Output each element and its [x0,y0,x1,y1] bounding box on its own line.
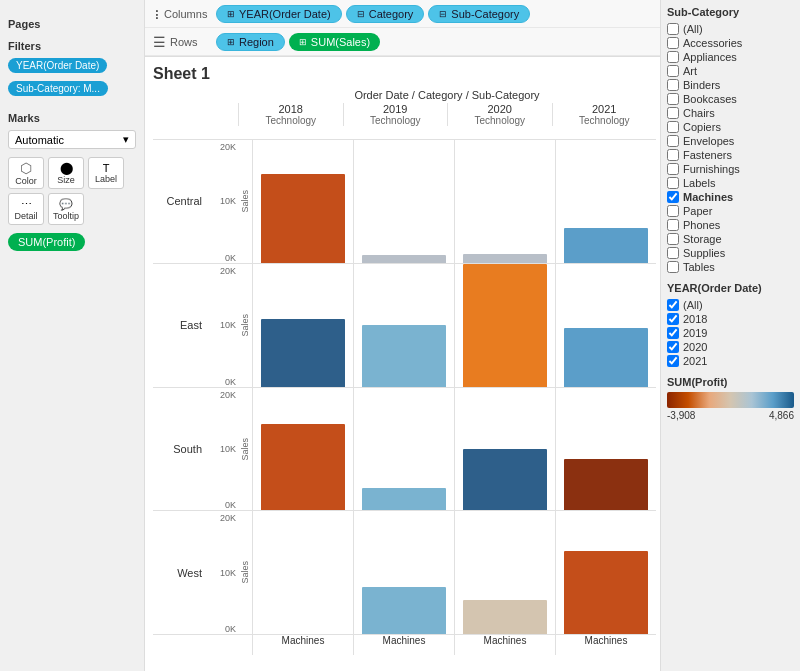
sum-profit-legend: SUM(Profit) -3,908 4,866 [667,376,794,421]
sub-label-0: Technology [238,115,343,126]
year-2020-checkbox[interactable] [667,341,679,353]
filter-chairs-checkbox[interactable] [667,107,679,119]
bar-south-2 [463,449,547,510]
marks-dropdown[interactable]: Automatic ▾ [8,130,136,149]
filter-appliances-checkbox[interactable] [667,51,679,63]
category-pill[interactable]: ⊟ Category [346,5,425,23]
filter-machines-checkbox[interactable] [667,191,679,203]
filter-bookcases-label: Bookcases [683,93,737,105]
filter-all-label: (All) [683,23,703,35]
columns-icon: ⫶ [153,6,160,22]
filter-subcategory[interactable]: Sub-Category: M... [8,81,108,96]
filter-paper-label: Paper [683,205,712,217]
pages-section: Pages [8,18,136,30]
y-tick-10k-central: 10K [220,196,236,206]
year-all-checkbox[interactable] [667,299,679,311]
y-axis-south: 20K 10K 0K [208,388,238,511]
filter-art-checkbox[interactable] [667,65,679,77]
chevron-down-icon: ▾ [123,133,129,146]
filter-copiers-checkbox[interactable] [667,121,679,133]
year-2021: 2021 [552,103,657,115]
x-label-1: Machines [353,635,454,655]
sub-category-pill[interactable]: ⊟ Sub-Category [428,5,530,23]
chart-main-title: Order Date / Category / Sub-Category [238,89,656,101]
filter-supplies-checkbox[interactable] [667,247,679,259]
y-axis-east: 20K 10K 0K [208,264,238,387]
filter-phones-checkbox[interactable] [667,219,679,231]
year-all-label: (All) [683,299,703,311]
cell-east-0 [252,264,353,387]
y-tick-20k-south: 20K [220,390,236,400]
sum-profit-pill[interactable]: SUM(Profit) [8,233,85,251]
pages-title: Pages [8,18,136,30]
marks-icons-row2: ⋯ Detail 💬 Tooltip [8,193,136,225]
bar-east-0 [261,319,345,387]
cell-south-1 [353,388,454,511]
cell-central-3 [555,140,656,263]
chart-area: Sheet 1 Central East South West [145,57,660,671]
filter-storage-checkbox[interactable] [667,233,679,245]
filter-furnishings-checkbox[interactable] [667,163,679,175]
size-button[interactable]: ⬤ Size [48,157,84,189]
chart-row-south: 20K 10K 0K Sales [208,387,656,511]
region-pill[interactable]: ⊞ Region [216,33,285,51]
sales-label-west: Sales [238,511,252,634]
year-2021-checkbox[interactable] [667,355,679,367]
region-labels: Central East South West [153,89,208,655]
filter-bookcases-checkbox[interactable] [667,93,679,105]
filter-machines-label: Machines [683,191,733,203]
color-button[interactable]: ⬡ Color [8,157,44,189]
detail-button[interactable]: ⋯ Detail [8,193,44,225]
filter-all-checkbox[interactable] [667,23,679,35]
label-icon: T [103,162,110,174]
sales-text-central: Sales [240,190,250,213]
filter-fasteners-checkbox[interactable] [667,149,679,161]
sales-label-central: Sales [238,140,252,263]
label-button[interactable]: T Label [88,157,124,189]
filter-tables-checkbox[interactable] [667,261,679,273]
bar-west-2 [463,600,547,634]
cell-south-2 [454,388,555,511]
filter-fasteners: Fasteners [667,148,794,162]
filter-binders-label: Binders [683,79,720,91]
toolbar: ⫶ Columns ⊞ YEAR(Order Date) ⊟ Category … [145,0,660,57]
bar-east-2 [463,264,547,387]
filter-chairs-label: Chairs [683,107,715,119]
bar-west-1 [362,587,446,634]
bar-south-1 [362,488,446,510]
region-central: Central [167,195,202,207]
year-order-date-pill[interactable]: ⊞ YEAR(Order Date) [216,5,342,23]
filter-all: (All) [667,22,794,36]
columns-row: ⫶ Columns ⊞ YEAR(Order Date) ⊟ Category … [145,0,660,28]
year-2018-checkbox[interactable] [667,313,679,325]
sheet-title: Sheet 1 [153,65,656,83]
rows-row: ☰ Rows ⊞ Region ⊞ SUM(Sales) [145,28,660,56]
sum-sales-pill[interactable]: ⊞ SUM(Sales) [289,33,380,51]
tooltip-button[interactable]: 💬 Tooltip [48,193,84,225]
filter-binders-checkbox[interactable] [667,79,679,91]
filter-fasteners-label: Fasteners [683,149,732,161]
region-icon: ⊞ [227,37,235,47]
chart-row-central: 20K 10K 0K Sales [208,139,656,263]
filter-envelopes-checkbox[interactable] [667,135,679,147]
filter-labels-checkbox[interactable] [667,177,679,189]
year-2019-checkbox[interactable] [667,327,679,339]
cell-south-3 [555,388,656,511]
sales-label-east: Sales [238,264,252,387]
y-axis-west: 20K 10K 0K [208,511,238,634]
filter-paper-checkbox[interactable] [667,205,679,217]
x-label-0: Machines [252,635,353,655]
chart-row-east: 20K 10K 0K Sales [208,263,656,387]
filter-year[interactable]: YEAR(Order Date) [8,58,107,73]
bar-central-0 [261,174,345,262]
filter-accessories-checkbox[interactable] [667,37,679,49]
rows-pills: ⊞ Region ⊞ SUM(Sales) [216,33,380,51]
marks-dropdown-label: Automatic [15,134,64,146]
year-2021-label: 2021 [683,355,707,367]
cell-central-1 [353,140,454,263]
sub-category-filter: Sub-Category (All) Accessories Appliance… [667,6,794,274]
year-filter: YEAR(Order Date) (All) 2018 2019 2020 20… [667,282,794,368]
year-2018-label: 2018 [683,313,707,325]
filter-furnishings: Furnishings [667,162,794,176]
size-icon: ⬤ [60,161,73,175]
